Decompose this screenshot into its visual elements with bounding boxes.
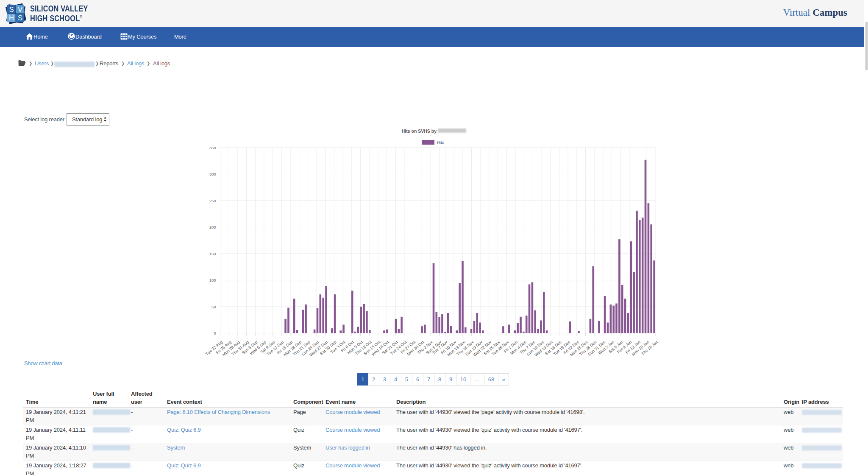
svg-text:250: 250: [209, 198, 216, 203]
svg-text:Hits: Hits: [437, 140, 444, 145]
svg-text:350: 350: [209, 145, 216, 150]
svg-text:H: H: [9, 14, 14, 22]
svg-text:150: 150: [209, 251, 216, 256]
svg-text:S: S: [18, 14, 22, 22]
svg-text:V: V: [18, 6, 22, 13]
svg-text:300: 300: [209, 172, 216, 176]
svg-text:S: S: [9, 6, 14, 13]
svg-text:0: 0: [214, 331, 216, 335]
svg-text:50: 50: [211, 305, 216, 309]
svg-text:200: 200: [209, 225, 216, 229]
svg-text:100: 100: [209, 278, 216, 282]
svg-text:Hits on SVHS by: Hits on SVHS by: [402, 129, 437, 134]
